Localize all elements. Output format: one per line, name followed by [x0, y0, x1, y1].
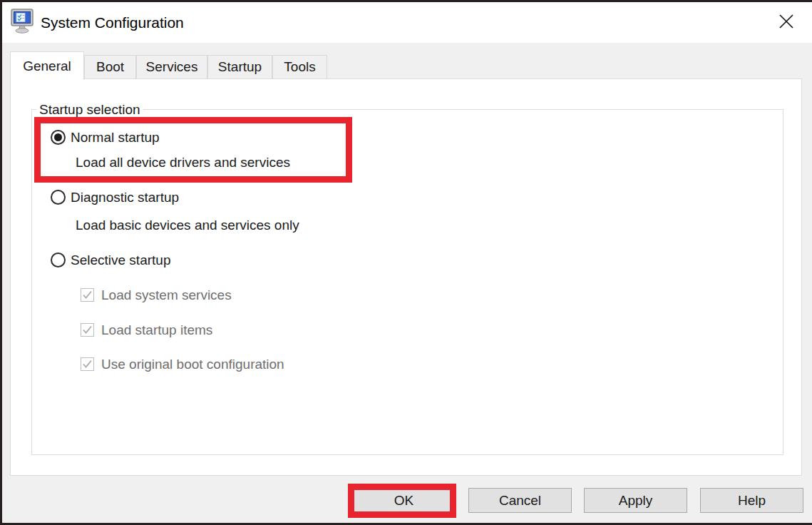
checkmark-icon	[82, 325, 93, 335]
close-x-icon	[777, 12, 796, 33]
tab-services[interactable]: Services	[136, 55, 207, 79]
checkbox-use-original-boot-configuration-label: Use original boot configuration	[101, 356, 284, 373]
startup-selection-group-label: Startup selection	[36, 101, 143, 118]
apply-button[interactable]: Apply	[584, 488, 687, 513]
tab-general[interactable]: General	[10, 51, 84, 80]
radio-normal-startup[interactable]	[51, 130, 66, 145]
checkbox-load-system-services	[81, 288, 94, 302]
radio-diagnostic-startup[interactable]	[51, 190, 66, 205]
checkmark-icon	[82, 360, 93, 369]
checkbox-use-original-boot-configuration	[81, 357, 94, 371]
normal-startup-description: Load all device drivers and services	[76, 154, 290, 171]
tab-startup[interactable]: Startup	[207, 55, 272, 79]
radio-selective-startup-label[interactable]: Selective startup	[71, 252, 170, 269]
radio-selective-startup[interactable]	[51, 253, 66, 267]
ok-button[interactable]: OK	[352, 488, 456, 513]
general-tab-page: Startup selection Normal startup Load al…	[10, 78, 802, 476]
help-button[interactable]: Help	[700, 488, 803, 513]
window-title: System Configuration	[41, 2, 184, 43]
cancel-button[interactable]: Cancel	[468, 488, 572, 513]
system-configuration-window: System Configuration General Boot Servic…	[0, 0, 812, 525]
checkbox-load-startup-items-label: Load startup items	[101, 322, 212, 339]
checkbox-load-startup-items	[81, 323, 94, 337]
radio-normal-startup-label[interactable]: Normal startup	[71, 129, 160, 146]
tab-boot[interactable]: Boot	[84, 55, 136, 79]
checkmark-icon	[82, 290, 93, 300]
close-button[interactable]	[766, 2, 806, 43]
titlebar: System Configuration	[2, 2, 812, 43]
tab-tools[interactable]: Tools	[272, 55, 327, 79]
radio-diagnostic-startup-label[interactable]: Diagnostic startup	[71, 189, 179, 206]
diagnostic-startup-description: Load basic devices and services only	[76, 217, 299, 234]
checkbox-load-system-services-label: Load system services	[101, 287, 232, 304]
msconfig-monitor-icon	[10, 9, 34, 34]
